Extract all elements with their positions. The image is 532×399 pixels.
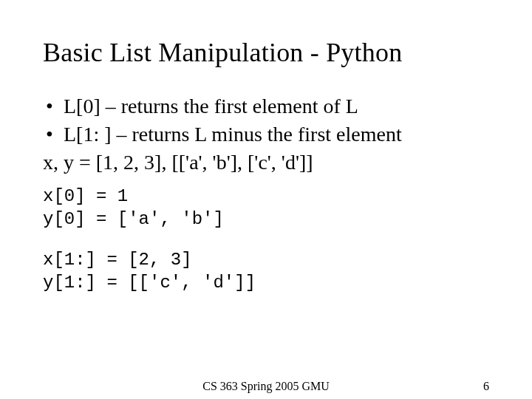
bullet-item: L[0] – returns the first element of L: [43, 93, 489, 120]
slide: Basic List Manipulation - Python L[0] – …: [0, 0, 532, 399]
bullet-item: L[1: ] – returns L minus the first eleme…: [43, 121, 489, 148]
slide-body: L[0] – returns the first element of L L[…: [43, 93, 489, 294]
slide-title: Basic List Manipulation - Python: [43, 37, 489, 68]
code-block: x[1:] = [2, 3] y[1:] = [['c', 'd']]: [43, 249, 489, 294]
bullet-list: L[0] – returns the first element of L L[…: [43, 93, 489, 148]
footer-page-number: 6: [483, 380, 489, 393]
footer-course: CS 363 Spring 2005 GMU: [202, 380, 330, 393]
code-block: x[0] = 1 y[0] = ['a', 'b']: [43, 185, 489, 231]
assignment-line: x, y = [1, 2, 3], [['a', 'b'], ['c', 'd'…: [43, 149, 489, 176]
